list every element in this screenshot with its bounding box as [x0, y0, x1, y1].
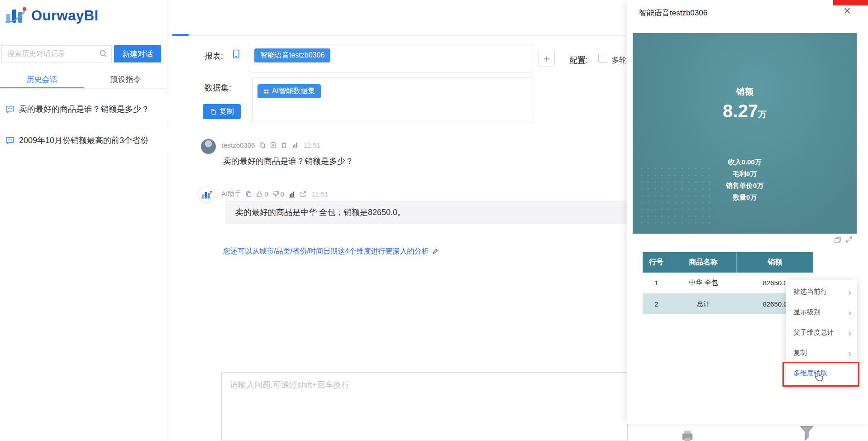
dataset-tag-label: AI智能数据集	[272, 86, 315, 96]
app-logo: OurwayBI	[5, 5, 99, 26]
chart-view-button[interactable]	[288, 191, 296, 198]
search-icon[interactable]	[99, 49, 107, 59]
grid-icon	[263, 89, 269, 94]
recording-indicator-bar	[833, 0, 868, 5]
printer-icon[interactable]	[681, 429, 694, 441]
like-count: 0	[264, 190, 268, 198]
panel-close-button[interactable]: ×	[840, 4, 854, 18]
user-message-text: 卖的最好的商品是谁？销额是多少？	[223, 156, 353, 167]
user-name: testzb0306	[222, 141, 255, 149]
menu-item-copy[interactable]: 复制 ›	[786, 343, 857, 363]
message-input[interactable]	[221, 372, 628, 441]
table-header: 行号	[643, 252, 670, 273]
table-cell: 1	[643, 273, 670, 293]
dataset-label: 数据集:	[205, 82, 231, 93]
copy-button-label: 复制	[219, 107, 234, 116]
chat-bubble-icon	[5, 136, 14, 145]
panel-title: 智能语音testzb0306	[639, 8, 707, 18]
table-header: 商品名称	[670, 252, 737, 273]
tab-presets[interactable]: 预设指令	[84, 72, 167, 88]
kpi-metric: 收入0.00万	[633, 156, 857, 168]
menu-item-filter-row[interactable]: 筛选当前行 ›	[786, 282, 857, 302]
copy-config-button[interactable]: 复制	[203, 104, 241, 119]
chevron-right-icon: ›	[848, 288, 851, 297]
history-item-label: 2009年10月份销额最高的前3个省份	[19, 135, 148, 146]
sidebar: OurwayBI 新建对话 历史会话 预设指令 卖的最好的商品是谁？销额是多少？…	[0, 0, 167, 441]
table-cell: 2	[643, 293, 670, 314]
copy-icon	[210, 109, 216, 115]
ai-message-text: 卖的最好的商品是中华 全包，销额是82650.0。	[235, 207, 405, 218]
delete-message-button[interactable]	[281, 142, 287, 149]
report-tag[interactable]: 智能语音testzb0306	[254, 48, 330, 62]
table-header-row: 行号 商品名称 销额	[643, 252, 813, 273]
expand-icon[interactable]	[845, 236, 853, 245]
kpi-unit: 万	[758, 110, 767, 119]
filter-funnel-icon[interactable]	[800, 425, 814, 441]
copy-message-button[interactable]	[245, 191, 252, 197]
menu-item-label: 显示级别	[793, 308, 820, 316]
table-header: 销额	[737, 252, 813, 273]
search-input[interactable]	[1, 45, 112, 62]
report-tag-label: 智能语音testzb0306	[260, 51, 324, 60]
menu-item-label: 多维度钻取	[793, 369, 827, 378]
like-button[interactable]: 0	[256, 190, 268, 198]
dislike-button[interactable]: 0	[272, 190, 284, 198]
sidebar-tabs: 历史会话 预设指令	[0, 72, 167, 89]
context-menu: 筛选当前行 › 显示级别 › 父子维度总计 › 复制 › 多维度钻取	[786, 280, 857, 385]
kpi-card: 销额 8.27万 收入0.00万 毛利0万 销售单价0万 数量0万	[633, 33, 857, 234]
ai-name: AI助手	[221, 190, 241, 198]
copy-message-button[interactable]	[259, 142, 266, 149]
chevron-right-icon: ›	[848, 349, 851, 358]
report-icon	[233, 49, 240, 61]
restore-window-icon[interactable]	[834, 236, 841, 245]
history-item[interactable]: 2009年10月份销额最高的前3个省份	[0, 130, 167, 151]
chevron-right-icon: ›	[848, 328, 851, 337]
menu-item-display-level[interactable]: 显示级别 ›	[786, 302, 857, 322]
kpi-metric: 数量0万	[633, 192, 857, 203]
kpi-value: 8.27万	[633, 101, 857, 121]
kpi-title: 销额	[633, 86, 857, 98]
suggestion-text: 您还可以从城市/品类/省份/时间日期这4个维度进行更深入的分析	[223, 247, 429, 256]
drilldown-suggestion-link[interactable]: 您还可以从城市/品类/省份/时间日期这4个维度进行更深入的分析	[223, 247, 439, 256]
edit-icon[interactable]	[432, 248, 439, 255]
table-cell: 中华 全包	[670, 273, 737, 293]
kpi-metric: 销售单价0万	[633, 180, 857, 192]
app-window: OurwayBI 新建对话 历史会话 预设指令 卖的最好的商品是谁？销额是多少？…	[0, 0, 868, 441]
menu-item-parent-child-total[interactable]: 父子维度总计 ›	[786, 322, 857, 343]
menu-item-label: 筛选当前行	[793, 288, 827, 296]
menu-item-label: 父子维度总计	[793, 328, 834, 337]
notes-button[interactable]	[270, 142, 277, 149]
user-avatar	[201, 139, 216, 154]
dataset-tag[interactable]: AI智能数据集	[258, 84, 321, 98]
menu-item-label: 复制	[793, 349, 807, 357]
user-message-header: testzb0306 11:51	[222, 141, 320, 149]
message-time: 11:51	[312, 190, 328, 198]
config-label: 配置:	[569, 55, 588, 66]
chart-button[interactable]	[291, 142, 298, 149]
ai-avatar	[198, 186, 215, 203]
export-button[interactable]	[300, 191, 306, 197]
message-time: 11:51	[304, 141, 320, 149]
ai-message-header: AI助手 0 0 11:51	[221, 190, 328, 198]
ai-message-bubble: 卖的最好的商品是中华 全包，销额是82650.0。	[225, 201, 627, 224]
history-item-label: 卖的最好的商品是谁？销额是多少？	[19, 104, 149, 115]
report-label: 报表:	[205, 51, 223, 62]
kpi-metric: 毛利0万	[633, 168, 857, 180]
chat-bubble-icon	[5, 105, 14, 114]
table-cell: 总计	[670, 293, 737, 314]
new-chat-button[interactable]: 新建对话	[114, 45, 161, 62]
chevron-right-icon: ›	[848, 308, 851, 317]
logo-text: OurwayBI	[31, 8, 99, 24]
dislike-count: 0	[281, 190, 284, 198]
tab-history[interactable]: 历史会话	[0, 72, 84, 88]
active-tab-indicator	[172, 34, 189, 36]
kpi-metrics: 收入0.00万 毛利0万 销售单价0万 数量0万	[633, 156, 857, 203]
kpi-number: 8.27	[723, 101, 758, 121]
menu-item-multi-dimension-drill[interactable]: 多维度钻取	[786, 363, 857, 383]
logo-icon	[5, 5, 28, 26]
multi-turn-checkbox[interactable]	[598, 54, 607, 63]
add-report-button[interactable]: +	[539, 51, 555, 67]
history-item[interactable]: 卖的最好的商品是谁？销额是多少？	[0, 99, 167, 120]
